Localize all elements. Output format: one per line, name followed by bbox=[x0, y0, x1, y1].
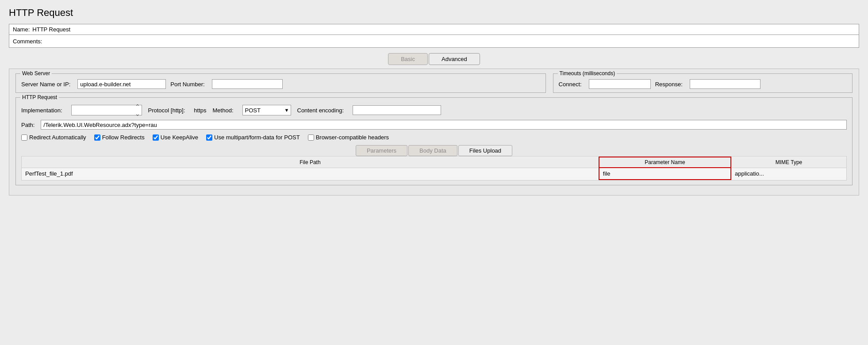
sub-tab-bar: Parameters Body Data Files Upload bbox=[21, 145, 847, 156]
use-multipart-checkbox[interactable] bbox=[206, 134, 212, 141]
col-header-paramname: Parameter Name bbox=[599, 157, 731, 168]
main-container: HTTP Request Name: Comments: Basic Advan… bbox=[0, 0, 868, 345]
use-keepalive-label: Use KeepAlive bbox=[161, 134, 198, 141]
use-multipart-item: Use multipart/form-data for POST bbox=[206, 134, 300, 141]
method-select-wrapper: POST GET PUT DELETE ▼ bbox=[242, 105, 291, 115]
page-title: HTTP Request bbox=[9, 7, 859, 19]
content-encoding-input[interactable] bbox=[353, 105, 441, 115]
tab-advanced[interactable]: Advanced bbox=[429, 53, 480, 65]
col-header-filepath: File Path bbox=[22, 157, 599, 168]
http-request-legend: HTTP Request bbox=[20, 94, 59, 100]
file-table-container: File Path Parameter Name MIME Type PerfT… bbox=[21, 156, 847, 180]
mime-type-cell: applicatio... bbox=[731, 168, 846, 180]
follow-redirects-checkbox[interactable] bbox=[94, 134, 100, 141]
impl-select-wrapper: ⌃⌄ bbox=[71, 105, 142, 115]
server-timeouts-row: Web Server Server Name or IP: Port Numbe… bbox=[15, 73, 853, 93]
connect-label: Connect: bbox=[559, 81, 582, 88]
web-server-fieldset: Web Server Server Name or IP: Port Numbe… bbox=[15, 73, 546, 93]
col-header-mimetype: MIME Type bbox=[731, 157, 846, 168]
response-input[interactable] bbox=[690, 79, 760, 89]
timeouts-fieldset: Timeouts (milliseconds) Connect: Respons… bbox=[553, 73, 853, 93]
path-label: Path: bbox=[21, 122, 35, 128]
response-label: Response: bbox=[655, 81, 683, 88]
comments-label: Comments: bbox=[13, 38, 42, 45]
server-name-label: Server Name or IP: bbox=[21, 81, 70, 88]
table-row: PerfTest_file_1.pdf file applicatio... bbox=[22, 168, 846, 180]
web-server-content: Server Name or IP: Port Number: bbox=[21, 79, 540, 89]
redirect-auto-item: Redirect Automatically bbox=[21, 134, 86, 141]
name-input[interactable] bbox=[32, 26, 855, 33]
tab-bar: Basic Advanced bbox=[9, 53, 859, 65]
file-table: File Path Parameter Name MIME Type PerfT… bbox=[22, 157, 846, 180]
web-server-legend: Web Server bbox=[20, 70, 52, 77]
timeouts-content: Connect: Response: bbox=[559, 79, 847, 89]
connect-input[interactable] bbox=[589, 79, 651, 89]
file-path-cell: PerfTest_file_1.pdf bbox=[22, 168, 599, 180]
method-select[interactable]: POST GET PUT DELETE bbox=[242, 105, 291, 115]
protocol-label: Protocol [http]: bbox=[148, 107, 185, 114]
comments-row: Comments: bbox=[9, 34, 859, 48]
use-keepalive-item: Use KeepAlive bbox=[153, 134, 198, 141]
sub-tab-body-data[interactable]: Body Data bbox=[408, 145, 457, 156]
path-input[interactable] bbox=[41, 120, 847, 130]
sub-tab-files-upload[interactable]: Files Upload bbox=[458, 145, 512, 156]
param-name-cell: file bbox=[599, 168, 731, 180]
follow-redirects-item: Follow Redirects bbox=[94, 134, 145, 141]
method-label: Method: bbox=[213, 107, 234, 114]
sub-tab-parameters[interactable]: Parameters bbox=[356, 145, 407, 156]
server-name-input[interactable] bbox=[77, 79, 166, 89]
timeouts-legend: Timeouts (milliseconds) bbox=[558, 70, 617, 77]
file-table-header-row: File Path Parameter Name MIME Type bbox=[22, 157, 846, 168]
browser-compat-label: Browser-compatible headers bbox=[316, 134, 389, 141]
use-keepalive-checkbox[interactable] bbox=[153, 134, 159, 141]
impl-row: Implementation: ⌃⌄ Protocol [http]: http… bbox=[21, 105, 847, 115]
path-row: Path: bbox=[21, 120, 847, 130]
port-number-label: Port Number: bbox=[170, 81, 204, 88]
redirect-auto-checkbox[interactable] bbox=[21, 134, 27, 141]
impl-select[interactable] bbox=[71, 105, 142, 115]
advanced-panel: Web Server Server Name or IP: Port Numbe… bbox=[9, 69, 859, 196]
impl-label: Implementation: bbox=[21, 107, 62, 114]
tab-basic[interactable]: Basic bbox=[388, 53, 428, 65]
use-multipart-label: Use multipart/form-data for POST bbox=[214, 134, 300, 141]
protocol-value: https bbox=[194, 107, 206, 114]
checkboxes-row: Redirect Automatically Follow Redirects … bbox=[21, 134, 847, 141]
browser-compat-item: Browser-compatible headers bbox=[308, 134, 389, 141]
redirect-auto-label: Redirect Automatically bbox=[29, 134, 86, 141]
comments-input[interactable] bbox=[45, 37, 855, 46]
follow-redirects-label: Follow Redirects bbox=[102, 134, 145, 141]
port-number-input[interactable] bbox=[212, 79, 283, 89]
name-row: Name: bbox=[9, 24, 859, 34]
browser-compat-checkbox[interactable] bbox=[308, 134, 314, 141]
name-label: Name: bbox=[13, 26, 30, 33]
http-request-fieldset: HTTP Request Implementation: ⌃⌄ Protocol… bbox=[15, 97, 853, 185]
content-encoding-label: Content encoding: bbox=[297, 107, 344, 114]
